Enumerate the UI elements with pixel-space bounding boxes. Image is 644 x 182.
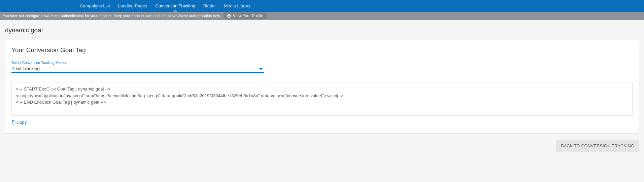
copy-button[interactable]: Copy: [11, 120, 27, 125]
nav-bidder[interactable]: Bidder: [199, 0, 220, 12]
conversion-tag-card: Your Conversion Goal Tag Select Conversi…: [5, 40, 639, 134]
select-label: Select Conversion Tracking Method: [11, 61, 264, 65]
nav-media-library[interactable]: Media Library: [220, 0, 255, 12]
nav-campaigns-list[interactable]: Campaigns List: [76, 0, 114, 12]
nav-conversion-tracking[interactable]: Conversion Tracking: [151, 0, 199, 12]
copy-icon: [11, 120, 16, 124]
select-value: Pixel Tracking: [11, 66, 40, 71]
user-circle-icon: [227, 14, 231, 18]
tracking-method-select[interactable]: Select Conversion Tracking Method Pixel …: [11, 61, 264, 73]
notice-text: You have not configured two-factor authe…: [3, 14, 221, 18]
top-nav: Campaigns List Landing Pages Conversion …: [0, 0, 644, 12]
nav-landing-pages[interactable]: Landing Pages: [114, 0, 151, 12]
view-profile-label: View Your Profile: [233, 13, 264, 18]
dropdown-arrow-icon: [259, 68, 263, 70]
footer-actions: BACK TO CONVERSION TRACKING: [5, 140, 639, 152]
goal-tag-code[interactable]: <!-- START ExoClick Goal Tag | dynamic g…: [11, 82, 633, 116]
copy-label: Copy: [16, 120, 27, 125]
page-content: dynamic goal Your Conversion Goal Tag Se…: [0, 20, 644, 157]
page-title: dynamic goal: [5, 27, 639, 34]
back-to-conversion-tracking-button[interactable]: BACK TO CONVERSION TRACKING: [556, 140, 639, 152]
view-profile-button[interactable]: View Your Profile: [224, 12, 267, 19]
two-factor-notice: You have not configured two-factor authe…: [0, 12, 644, 20]
card-title: Your Conversion Goal Tag: [11, 46, 633, 54]
